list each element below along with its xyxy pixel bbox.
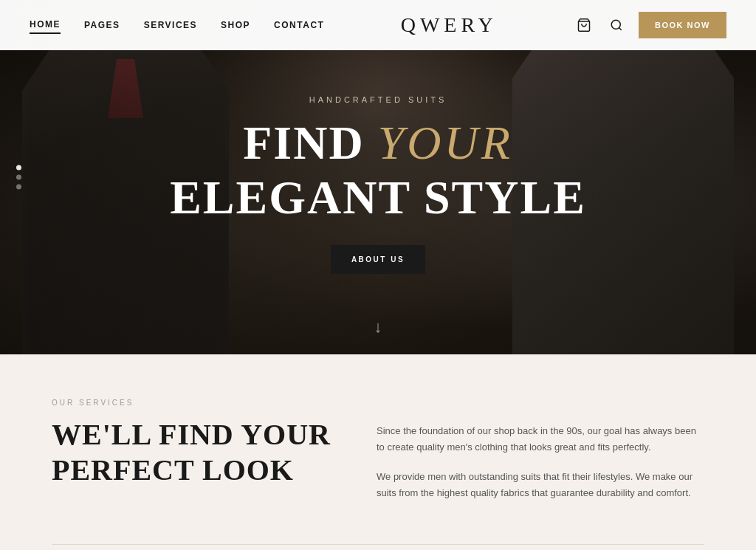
nav-left: HOME PAGES SERVICES SHOP CONTACT	[30, 16, 324, 34]
hero-section: HANDCRAFTED SUITS FIND YOUR ELEGANT STYL…	[0, 0, 756, 354]
nav-item-services[interactable]: SERVICES	[144, 17, 197, 33]
hero-title: FIND YOUR ELEGANT STYLE	[170, 116, 586, 224]
scroll-down-arrow[interactable]: ↓	[374, 317, 382, 337]
slider-dots	[16, 165, 21, 190]
nav-item-home[interactable]: HOME	[30, 16, 61, 34]
slider-dot-3[interactable]	[16, 185, 21, 190]
svg-line-2	[619, 27, 622, 30]
services-tag: OUR SERVICES	[52, 399, 704, 407]
hero-title-your: YOUR	[378, 117, 513, 169]
services-para-2: We provide men with outstanding suits th…	[377, 469, 704, 501]
services-heading-line1: WE'LL FIND YOUR	[52, 418, 331, 451]
navbar: HOME PAGES SERVICES SHOP CONTACT QWERY B…	[0, 0, 756, 50]
services-right: Since the foundation of our shop back in…	[377, 417, 704, 515]
about-us-button[interactable]: ABOUT US	[331, 245, 425, 274]
nav-item-contact[interactable]: CONTACT	[274, 17, 324, 33]
svg-point-1	[611, 20, 620, 29]
book-now-button[interactable]: BOOK NOW	[639, 12, 726, 38]
cart-icon[interactable]	[574, 15, 594, 35]
hero-title-elegant: ELEGANT STYLE	[170, 171, 586, 224]
services-heading: WE'LL FIND YOUR PERFECT LOOK	[52, 417, 332, 488]
nav-item-shop[interactable]: SHOP	[221, 17, 250, 33]
services-section: OUR SERVICES WE'LL FIND YOUR PERFECT LOO…	[0, 354, 756, 550]
services-layout: WE'LL FIND YOUR PERFECT LOOK Since the f…	[52, 417, 704, 515]
site-logo[interactable]: QWERY	[324, 13, 574, 37]
hero-subtitle: HANDCRAFTED SUITS	[309, 95, 447, 104]
hero-content: HANDCRAFTED SUITS FIND YOUR ELEGANT STYL…	[0, 0, 756, 354]
search-icon[interactable]	[606, 15, 627, 35]
nav-right: BOOK NOW	[574, 12, 726, 38]
hero-title-find: FIND	[243, 117, 377, 169]
services-heading-line2: PERFECT LOOK	[52, 453, 294, 487]
nav-item-pages[interactable]: PAGES	[84, 17, 120, 33]
slider-dot-2[interactable]	[16, 175, 21, 180]
services-para-1: Since the foundation of our shop back in…	[377, 423, 704, 456]
services-left: WE'LL FIND YOUR PERFECT LOOK	[52, 417, 332, 488]
slider-dot-1[interactable]	[16, 165, 21, 171]
services-icons-row	[52, 544, 704, 550]
